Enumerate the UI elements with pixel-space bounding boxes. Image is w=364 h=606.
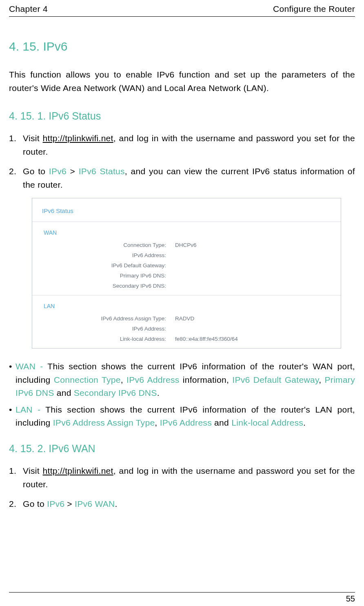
subsection-heading-ipv6-wan: 4. 15. 2. IPv6 WAN — [9, 443, 355, 455]
bullet-term: Connection Type — [54, 375, 121, 384]
steps-list-1: 1. Visit http://tplinkwifi.net, and log … — [9, 132, 355, 191]
step-item: 1. Visit http://tplinkwifi.net, and log … — [9, 464, 355, 491]
wan-section-label: WAN — [32, 222, 341, 240]
status-label: IPv6 Address Assign Type: — [32, 315, 175, 322]
bullet-term: WAN - — [16, 362, 47, 371]
nav-path-item: IPv6 Status — [79, 166, 125, 176]
page-header: Chapter 4 Configure the Router — [9, 4, 355, 17]
nav-path-item: IPv6 — [47, 499, 64, 508]
bullet-term: IPv6 Address — [160, 418, 212, 427]
step-text: Visit — [23, 466, 43, 475]
page-number: 55 — [346, 594, 355, 603]
bullet-text: and — [212, 418, 231, 427]
step-item: 2. Go to IPv6 > IPv6 Status, and you can… — [9, 165, 355, 191]
status-row: Primary IPv6 DNS: — [32, 271, 341, 281]
bullet-text: information, — [180, 375, 233, 384]
status-row: IPv6 Default Gateway: — [32, 260, 341, 271]
figure-container: IPv6 Status WAN Connection Type: DHCPv6 … — [9, 198, 355, 349]
bullet-lan: LAN - This section shows the current IPv… — [9, 403, 355, 430]
page-footer: 55 — [9, 592, 355, 604]
status-label: Link-local Address: — [32, 336, 175, 342]
bullet-term: IPv6 Address — [127, 375, 179, 384]
step-number: 1. — [9, 132, 23, 158]
chapter-label: Chapter 4 — [9, 4, 48, 14]
status-row: IPv6 Address: — [32, 250, 341, 260]
status-row: Secondary IPv6 DNS: — [32, 281, 341, 291]
step-text: . — [115, 499, 118, 508]
bullet-text: , — [155, 418, 160, 427]
tplink-url-link[interactable]: http://tplinkwifi.net — [43, 466, 113, 475]
bullet-text: . — [157, 388, 160, 397]
step-text: Visit — [23, 133, 43, 143]
status-label: IPv6 Address: — [32, 326, 175, 332]
bullet-text: . — [303, 418, 306, 427]
subsection-heading-ipv6-status: 4. 15. 1. IPv6 Status — [9, 110, 355, 122]
step-text: Go to — [23, 499, 47, 508]
step-item: 1. Visit http://tplinkwifi.net, and log … — [9, 132, 355, 158]
panel-title: IPv6 Status — [32, 198, 341, 222]
status-value: fe80::e4a:8ff:fe45:f360/64 — [175, 336, 238, 342]
nav-path-item: IPv6 WAN — [75, 499, 115, 508]
description-bullets: WAN - This section shows the current IPv… — [9, 360, 355, 430]
status-label: Primary IPv6 DNS: — [32, 273, 175, 279]
bullet-text: and — [54, 388, 74, 397]
step-item: 2. Go to IPv6 > IPv6 WAN. — [9, 497, 355, 511]
step-number: 1. — [9, 464, 23, 491]
status-value: DHCPv6 — [175, 242, 197, 248]
bullet-term: Secondary IPv6 DNS — [74, 388, 157, 397]
bullet-wan: WAN - This section shows the current IPv… — [9, 360, 355, 400]
ipv6-status-panel: IPv6 Status WAN Connection Type: DHCPv6 … — [32, 198, 341, 349]
status-label: Secondary IPv6 DNS: — [32, 283, 175, 289]
bullet-text: , — [319, 375, 324, 384]
status-label: IPv6 Address: — [32, 252, 175, 258]
bullet-term: IPv6 Address Assign Type — [53, 418, 155, 427]
nav-path-item: IPv6 — [49, 166, 67, 176]
section-heading-ipv6: 4. 15. IPv6 — [9, 40, 355, 53]
bullet-term: Link-local Address — [231, 418, 303, 427]
step-text: Go to — [23, 166, 49, 176]
status-row: IPv6 Address Assign Type: RADVD — [32, 313, 341, 324]
status-row: IPv6 Address: — [32, 324, 341, 334]
header-title: Configure the Router — [273, 4, 355, 14]
status-label: Connection Type: — [32, 242, 175, 248]
status-row: Connection Type: DHCPv6 — [32, 240, 341, 250]
bullet-text: , — [121, 375, 127, 384]
step-text: > — [67, 166, 79, 176]
step-number: 2. — [9, 165, 23, 191]
intro-paragraph: This function allows you to enable IPv6 … — [9, 68, 355, 95]
step-text: > — [64, 499, 75, 508]
tplink-url-link[interactable]: http://tplinkwifi.net — [43, 133, 113, 143]
bullet-term: IPv6 Default Gateway — [232, 375, 319, 384]
status-label: IPv6 Default Gateway: — [32, 262, 175, 269]
status-value: RADVD — [175, 315, 194, 322]
lan-section-label: LAN — [32, 295, 341, 313]
step-number: 2. — [9, 497, 23, 511]
steps-list-2: 1. Visit http://tplinkwifi.net, and log … — [9, 464, 355, 511]
bullet-term: LAN - — [16, 405, 45, 414]
status-row: Link-local Address: fe80::e4a:8ff:fe45:f… — [32, 334, 341, 344]
